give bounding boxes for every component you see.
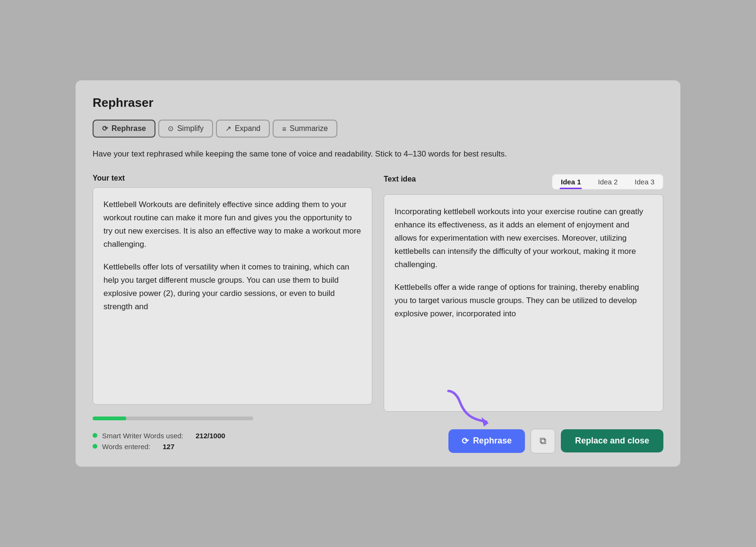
words-entered-value: 127 — [163, 443, 174, 451]
tab-expand-label: Expand — [235, 124, 260, 133]
description-text: Have your text rephrased while keeping t… — [93, 148, 612, 160]
words-used-value: 212/1000 — [196, 432, 225, 440]
copy-icon: ⧉ — [540, 435, 546, 446]
progress-bar-background — [93, 417, 253, 420]
replace-close-button[interactable]: Replace and close — [561, 429, 663, 452]
idea-tab-bar: Idea 1 Idea 2 Idea 3 — [552, 174, 663, 190]
stats-section: Smart Writer Words used: 212/1000 Words … — [93, 432, 225, 451]
rephrase-button[interactable]: ⟳ Rephrase — [448, 429, 525, 453]
right-col-header: Text idea Idea 1 Idea 2 Idea 3 — [384, 174, 663, 190]
idea-text-p1: Incorporating kettlebell workouts into y… — [395, 205, 653, 271]
rephrase-btn-label: Rephrase — [473, 436, 512, 446]
summarize-tab-icon: ≡ — [282, 125, 286, 133]
copy-button[interactable]: ⧉ — [531, 429, 555, 453]
text-idea-box[interactable]: Incorporating kettlebell workouts into y… — [384, 194, 663, 412]
simplify-tab-icon: ⊙ — [168, 124, 174, 133]
right-col-label: Text idea — [384, 175, 416, 183]
tab-summarize-label: Summarize — [290, 124, 328, 133]
tab-simplify[interactable]: ⊙ Simplify — [158, 120, 213, 138]
tab-summarize[interactable]: ≡ Summarize — [273, 120, 337, 138]
tab-expand[interactable]: ↗ Expand — [216, 120, 270, 138]
tab-bar: ⟳ Rephrase ⊙ Simplify ↗ Expand ≡ Summari… — [93, 120, 663, 138]
words-used-label: Smart Writer Words used: — [102, 432, 183, 440]
rephraser-panel: Rephraser ⟳ Rephrase ⊙ Simplify ↗ Expand… — [76, 80, 680, 466]
expand-tab-icon: ↗ — [225, 124, 232, 133]
words-entered-row: Words entered: 127 — [93, 443, 225, 451]
replace-btn-label: Replace and close — [575, 436, 649, 445]
idea-tab-2[interactable]: Idea 2 — [590, 174, 627, 189]
right-column: Text idea Idea 1 Idea 2 Idea 3 Incorpora… — [384, 174, 663, 412]
your-text-p1: Kettlebell Workouts are definitely effec… — [103, 198, 361, 251]
words-used-row: Smart Writer Words used: 212/1000 — [93, 432, 225, 440]
idea-tab-1-label: Idea 1 — [561, 178, 581, 186]
words-used-dot — [93, 433, 97, 438]
left-column: Your text Kettlebell Workouts are defini… — [93, 174, 372, 405]
idea-tab-2-label: Idea 2 — [598, 178, 618, 186]
bottom-bar: Smart Writer Words used: 212/1000 Words … — [93, 429, 663, 453]
idea-text-p2: Kettlebells offer a wide range of option… — [395, 281, 653, 321]
progress-bar-fill — [93, 417, 126, 420]
main-columns: Your text Kettlebell Workouts are defini… — [93, 174, 663, 412]
rephrase-tab-icon: ⟳ — [102, 124, 108, 133]
idea-tab-3[interactable]: Idea 3 — [626, 174, 663, 189]
left-col-label: Your text — [93, 174, 372, 182]
words-entered-label: Words entered: — [102, 443, 150, 451]
words-entered-dot — [93, 444, 97, 449]
panel-title: Rephraser — [93, 96, 663, 110]
tab-rephrase[interactable]: ⟳ Rephrase — [93, 120, 155, 138]
idea-tab-3-label: Idea 3 — [635, 178, 654, 186]
svg-marker-0 — [481, 417, 489, 426]
your-text-box[interactable]: Kettlebell Workouts are definitely effec… — [93, 187, 372, 405]
tab-rephrase-label: Rephrase — [112, 124, 146, 133]
tab-simplify-label: Simplify — [177, 124, 204, 133]
rephrase-icon: ⟳ — [462, 436, 469, 446]
action-buttons: ⟳ Rephrase ⧉ Replace and close — [448, 429, 663, 453]
idea-tab-1[interactable]: Idea 1 — [552, 174, 590, 189]
your-text-p2: Kettlebells offer lots of versatility wh… — [103, 260, 361, 313]
